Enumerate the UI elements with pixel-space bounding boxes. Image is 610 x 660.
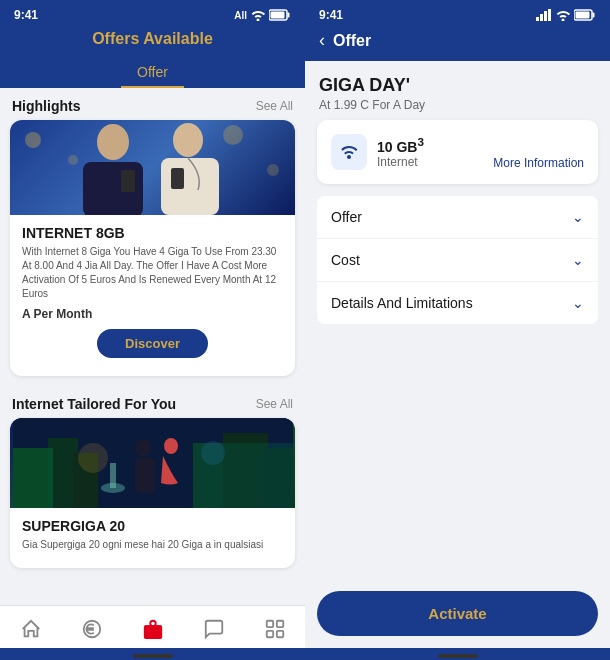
svg-point-26 xyxy=(201,441,225,465)
svg-rect-34 xyxy=(276,631,282,637)
card-image-2 xyxy=(10,418,295,508)
card-body-1: INTERNET 8GB With Internet 8 Giga You Ha… xyxy=(10,215,295,376)
activate-button[interactable]: Activate xyxy=(317,591,598,636)
tab-offer[interactable]: Offer xyxy=(121,60,184,88)
chevron-down-icon-offer: ⌄ xyxy=(572,209,584,225)
highlights-see-all[interactable]: See All xyxy=(256,99,293,113)
accordion-offer-label: Offer xyxy=(331,209,362,225)
accordion-details[interactable]: Details And Limitations ⌄ xyxy=(317,282,598,324)
svg-point-24 xyxy=(164,438,178,454)
dance-illustration xyxy=(13,418,293,508)
supergiga-card: SUPERGIGA 20 Gia Supergiga 20 ogni mese … xyxy=(10,418,295,568)
nav-grid[interactable] xyxy=(254,616,296,642)
internet-card: INTERNET 8GB With Internet 8 Giga You Ha… xyxy=(10,120,295,376)
svg-point-25 xyxy=(78,443,108,473)
tab-bar: Offer xyxy=(0,56,305,88)
svg-rect-36 xyxy=(540,14,543,21)
svg-rect-10 xyxy=(161,158,219,215)
nav-chat[interactable] xyxy=(193,616,235,642)
giga-icon xyxy=(331,134,367,170)
svg-rect-33 xyxy=(266,631,272,637)
giga-info: 10 GB3 Internet xyxy=(377,135,493,169)
spacer xyxy=(305,330,610,579)
svg-rect-32 xyxy=(276,621,282,627)
accordion-cost[interactable]: Cost ⌄ xyxy=(317,239,598,282)
home-indicator-right xyxy=(438,654,478,658)
tailored-see-all[interactable]: See All xyxy=(256,397,293,411)
svg-rect-20 xyxy=(13,448,53,508)
wifi-icon-right xyxy=(556,9,570,21)
svg-rect-35 xyxy=(536,17,539,21)
svg-rect-38 xyxy=(548,9,551,21)
left-panel: 9:41 All Offers Available Offer Highligh… xyxy=(0,0,305,660)
svg-rect-1 xyxy=(288,13,290,18)
svg-point-5 xyxy=(223,125,243,145)
nav-euro[interactable] xyxy=(71,616,113,642)
chevron-down-icon-details: ⌄ xyxy=(572,295,584,311)
svg-rect-40 xyxy=(593,13,595,18)
battery-icon-left xyxy=(269,9,291,21)
battery-icon-right xyxy=(574,9,596,21)
right-panel: 9:41 ‹ Offer GIGA DAY' xyxy=(305,0,610,660)
tailored-title: Internet Tailored For You xyxy=(12,396,176,412)
more-info-button[interactable]: More Information xyxy=(493,156,584,170)
wifi-data-icon xyxy=(339,142,359,162)
accordion-offer[interactable]: Offer ⌄ xyxy=(317,196,598,239)
svg-rect-41 xyxy=(576,12,590,19)
right-content: GIGA DAY' At 1.99 C For A Day 10 GB3 Int… xyxy=(305,61,610,648)
svg-point-4 xyxy=(68,155,78,165)
accordion-cost-label: Cost xyxy=(331,252,360,268)
discover-button[interactable]: Discover xyxy=(97,329,208,358)
time-right: 9:41 xyxy=(319,8,343,22)
time-left: 9:41 xyxy=(14,8,38,22)
giga-header: GIGA DAY' At 1.99 C For A Day xyxy=(305,61,610,120)
svg-rect-28 xyxy=(110,463,116,488)
card-image-1 xyxy=(10,120,295,215)
tailored-header: Internet Tailored For You See All xyxy=(0,386,305,418)
card-desc-1: With Internet 8 Giga You Have 4 Giga To … xyxy=(22,245,283,301)
status-bar-right: 9:41 xyxy=(305,0,610,26)
card-body-2: SUPERGIGA 20 Gia Supergiga 20 ogni mese … xyxy=(10,508,295,568)
svg-point-6 xyxy=(267,164,279,176)
nav-gift[interactable] xyxy=(132,616,174,642)
carrier-left: All xyxy=(234,10,247,21)
left-header: Offers Available xyxy=(0,26,305,56)
svg-rect-23 xyxy=(135,458,155,493)
accordion-details-label: Details And Limitations xyxy=(331,295,473,311)
svg-rect-37 xyxy=(544,11,547,21)
highlights-header: Highlights See All xyxy=(0,88,305,120)
scroll-content: Highlights See All xyxy=(0,88,305,605)
svg-rect-2 xyxy=(271,12,285,19)
people-illustration xyxy=(13,120,293,215)
card-title-1: INTERNET 8GB xyxy=(22,225,283,241)
left-title: Offers Available xyxy=(0,30,305,48)
giga-internet-label: Internet xyxy=(377,155,493,169)
svg-rect-11 xyxy=(121,170,135,192)
giga-gb: 10 GB3 xyxy=(377,135,493,155)
card-title-2: SUPERGIGA 20 xyxy=(22,518,283,534)
highlights-title: Highlights xyxy=(12,98,80,114)
status-icons-right xyxy=(536,9,596,21)
svg-point-9 xyxy=(173,123,203,157)
card-price-1: A Per Month xyxy=(22,307,283,321)
accordion-section: Offer ⌄ Cost ⌄ Details And Limitations ⌄ xyxy=(317,196,598,324)
home-indicator-left xyxy=(133,654,173,658)
signal-icon-right xyxy=(536,9,552,21)
svg-point-3 xyxy=(25,132,41,148)
wifi-icon-left xyxy=(251,9,265,21)
nav-home[interactable] xyxy=(10,616,52,642)
giga-subtitle: At 1.99 C For A Day xyxy=(319,98,596,112)
svg-point-22 xyxy=(135,439,151,457)
right-title: Offer xyxy=(333,32,371,50)
status-icons-left: All xyxy=(234,9,291,21)
svg-rect-31 xyxy=(266,621,272,627)
svg-point-7 xyxy=(97,124,129,160)
right-header: ‹ Offer xyxy=(305,26,610,61)
giga-card: 10 GB3 Internet More Information xyxy=(317,120,598,184)
card-desc-2: Gia Supergiga 20 ogni mese hai 20 Giga a… xyxy=(22,538,283,552)
back-button[interactable]: ‹ xyxy=(319,30,325,51)
chevron-down-icon-cost: ⌄ xyxy=(572,252,584,268)
svg-rect-12 xyxy=(171,168,184,189)
right-bottom: Activate xyxy=(305,579,610,648)
status-bar-left: 9:41 All xyxy=(0,0,305,26)
